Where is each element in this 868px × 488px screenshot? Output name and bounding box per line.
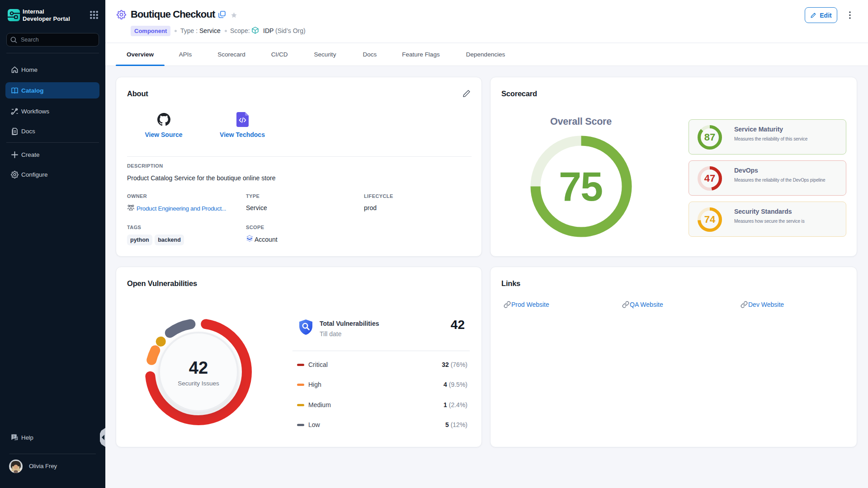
svg-text:75: 75	[559, 164, 602, 209]
svg-text:?: ?	[13, 435, 15, 438]
